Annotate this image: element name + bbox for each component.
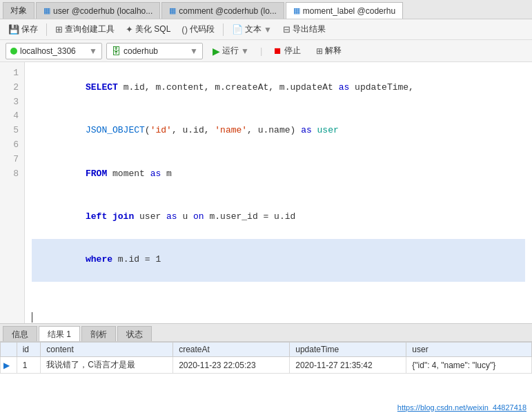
code-line-5: where m.id = 1 bbox=[32, 239, 525, 282]
code-line-7 bbox=[32, 296, 525, 311]
line-num-6: 6 bbox=[6, 138, 19, 153]
row-arrow[interactable]: ▶ bbox=[1, 357, 17, 374]
explain-icon: ⊞ bbox=[316, 46, 323, 56]
tabs-bar: 对象 ▦ user @coderhub (localho... ▦ commen… bbox=[0, 0, 532, 19]
col-header-indicator bbox=[1, 343, 17, 357]
tab-info[interactable]: 信息 bbox=[3, 326, 37, 341]
tab-user[interactable]: ▦ user @coderhub (localho... bbox=[36, 2, 160, 19]
tab-user-label: user @coderhub (localho... bbox=[53, 6, 152, 16]
database-selector[interactable]: 🗄 coderhub ▼ bbox=[106, 43, 203, 59]
line-num-2: 2 bbox=[6, 81, 19, 95]
toolbar: 💾 保存 ⊞ 查询创建工具 ✦ 美化 SQL () 代码段 📄 文本 ▼ ⊟ 导… bbox=[0, 19, 532, 40]
stop-icon: ⏹ bbox=[273, 46, 282, 56]
cell-user: {"id": 4, "name": "lucy"} bbox=[406, 357, 532, 374]
host-selector[interactable]: localhost_3306 ▼ bbox=[6, 43, 102, 59]
run-button[interactable]: ▶ 运行 ▼ bbox=[207, 44, 255, 58]
code-l3-plain1: moment bbox=[107, 169, 150, 179]
watermark: https://blog.csdn.net/weixin_44827418 bbox=[397, 403, 526, 412]
code-l2-plain3: , u.name) bbox=[247, 125, 301, 135]
export-label: 导出结果 bbox=[293, 23, 326, 35]
result-tabs-bar: 信息 结果 1 剖析 状态 bbox=[0, 324, 532, 342]
tab-moment-label-text: moment_label @coderhu bbox=[303, 6, 395, 16]
code-l2-plain2: , u.id, bbox=[172, 125, 215, 135]
col-header-user[interactable]: user bbox=[406, 343, 532, 357]
line-num-7: 7 bbox=[6, 153, 19, 167]
kw-left-join: left join bbox=[86, 211, 134, 222]
code-line-6 bbox=[32, 282, 525, 296]
save-button[interactable]: 💾 保存 bbox=[4, 22, 42, 37]
tab-profile[interactable]: 剖析 bbox=[81, 326, 116, 341]
run-dropdown-arrow: ▼ bbox=[241, 46, 249, 56]
tab-object[interactable]: 对象 bbox=[3, 2, 35, 19]
tab-comment[interactable]: ▦ comment @coderhub (lo... bbox=[161, 2, 284, 19]
host-label: localhost_3306 bbox=[20, 46, 76, 56]
run-play-icon: ▶ bbox=[213, 46, 220, 57]
tab-moment-label[interactable]: ▦ moment_label @coderhu bbox=[286, 2, 403, 19]
database-icon: 🗄 bbox=[111, 46, 121, 57]
beautify-label: 美化 SQL bbox=[135, 23, 170, 35]
beautify-icon: ✦ bbox=[126, 24, 133, 35]
editor-body: 1 2 3 4 5 6 7 8 SELECT m.id, m.content, … bbox=[0, 62, 532, 323]
line-num-5: 5 bbox=[6, 124, 19, 138]
export-button[interactable]: ⊟ 导出结果 bbox=[279, 22, 330, 37]
tab-result1[interactable]: 结果 1 bbox=[39, 326, 80, 341]
text-arrow: ▼ bbox=[264, 25, 272, 35]
line-num-8: 8 bbox=[6, 167, 19, 182]
str-name: 'name' bbox=[215, 125, 247, 135]
query-builder-button[interactable]: ⊞ 查询创建工具 bbox=[51, 22, 119, 37]
explain-button[interactable]: ⊞ 解释 bbox=[311, 44, 347, 58]
run-sep: | bbox=[260, 46, 262, 56]
data-table: id content createAt updateTime user ▶ 1 … bbox=[0, 342, 532, 374]
tab-comment-icon: ▦ bbox=[169, 6, 176, 15]
code-l4-plain2: u bbox=[177, 211, 193, 222]
kw-as-2: as bbox=[301, 125, 312, 135]
text-label: 文本 bbox=[245, 23, 262, 35]
tab-comment-label: comment @coderhub (lo... bbox=[179, 6, 277, 16]
tab-status-label: 状态 bbox=[126, 329, 143, 339]
table-row: ▶ 1 我说错了，C语言才是最 2020-11-23 22:05:23 2020… bbox=[1, 357, 532, 374]
code-icon: () bbox=[181, 24, 188, 35]
code-snippet-button[interactable]: () 代码段 bbox=[177, 22, 219, 37]
toolbar-sep-1 bbox=[46, 23, 47, 36]
code-l4-plain3: m.user_id = u.id bbox=[204, 211, 296, 222]
connection-bar: localhost_3306 ▼ 🗄 coderhub ▼ ▶ 运行 ▼ | ⏹… bbox=[0, 40, 532, 62]
code-line-4: left join user as u on m.user_id = u.id bbox=[32, 195, 525, 238]
cell-createAt: 2020-11-23 22:05:23 bbox=[173, 357, 290, 374]
tab-user-icon: ▦ bbox=[43, 6, 50, 15]
code-line-8 bbox=[32, 311, 525, 323]
col-header-content[interactable]: content bbox=[41, 343, 173, 357]
code-l5-plain1: m.id = 1 bbox=[112, 254, 161, 265]
col-header-updateTime[interactable]: updateTime bbox=[290, 343, 406, 357]
export-icon: ⊟ bbox=[283, 24, 290, 35]
cell-updateTime: 2020-11-27 21:35:42 bbox=[290, 357, 406, 374]
code-line-2: JSON_OBJECT('id', u.id, 'name', u.name) … bbox=[32, 109, 525, 152]
query-builder-label: 查询创建工具 bbox=[65, 23, 115, 35]
col-header-id[interactable]: id bbox=[17, 343, 41, 357]
col-header-createAt[interactable]: createAt bbox=[173, 343, 290, 357]
code-l3-plain2: m bbox=[161, 169, 172, 179]
beautify-sql-button[interactable]: ✦ 美化 SQL bbox=[121, 22, 175, 37]
save-label: 保存 bbox=[21, 23, 38, 35]
line-num-4: 4 bbox=[6, 109, 19, 124]
database-label: coderhub bbox=[124, 46, 158, 56]
cell-content: 我说错了，C语言才是最 bbox=[41, 357, 173, 374]
tab-status[interactable]: 状态 bbox=[117, 326, 152, 341]
tab-info-label: 信息 bbox=[12, 329, 28, 339]
str-id: 'id' bbox=[150, 125, 172, 135]
text-icon: 📄 bbox=[232, 24, 243, 35]
toolbar-sep-2 bbox=[223, 23, 224, 36]
db-dropdown-arrow: ▼ bbox=[190, 46, 198, 56]
tab-object-label: 对象 bbox=[10, 5, 27, 17]
code-l2-plain1: ( bbox=[145, 125, 150, 135]
kw-on: on bbox=[193, 211, 204, 222]
stop-button[interactable]: ⏹ 停止 bbox=[268, 44, 306, 58]
explain-label: 解释 bbox=[325, 45, 342, 57]
code-line-3: FROM moment as m bbox=[32, 153, 525, 195]
text-button[interactable]: 📄 文本 ▼ bbox=[228, 22, 276, 37]
tab-profile-label: 剖析 bbox=[90, 329, 107, 339]
result-table: id content createAt updateTime user ▶ 1 … bbox=[0, 342, 532, 413]
code-editor[interactable]: SELECT m.id, m.content, m.createAt, m.up… bbox=[25, 62, 532, 323]
code-line-1: SELECT m.id, m.content, m.createAt, m.up… bbox=[32, 66, 525, 109]
line-num-3: 3 bbox=[6, 95, 19, 110]
tab-result1-label: 结果 1 bbox=[48, 329, 71, 339]
